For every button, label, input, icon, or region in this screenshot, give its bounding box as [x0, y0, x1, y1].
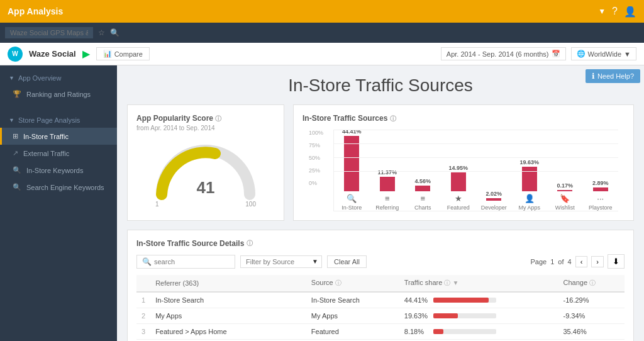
pagination: Page 1 of 4 ‹ › ⬇: [531, 254, 625, 269]
sidebar-item-ranking[interactable]: 🏆 Ranking and Ratings: [0, 86, 117, 103]
bar-icon-area: ···Playstore: [589, 194, 613, 211]
col-traffic-share: Traffic share ⓘ ▼: [399, 275, 558, 292]
prev-page-button[interactable]: ‹: [575, 256, 588, 267]
region-selector[interactable]: 🌐 WorldWide ▼: [571, 47, 636, 60]
table-search-box[interactable]: 🔍: [136, 255, 235, 269]
clear-all-button[interactable]: Clear All: [327, 255, 367, 268]
bar-label: 4.56%: [414, 178, 431, 184]
search-icon: 🔍: [142, 257, 152, 266]
bars-area: 44.41%🔍In-Store11.37%≡Referring4.56%≡Cha…: [333, 130, 618, 211]
bar: [344, 136, 359, 191]
bar-chart-icon: 📊: [103, 50, 112, 58]
date-range-picker[interactable]: Apr. 2014 - Sep. 2014 (6 months) 📅: [441, 47, 566, 60]
data-table: Referrer (363) Source ⓘ Traffic share ⓘ …: [136, 275, 625, 341]
cell-referrer: Featured > Apps Home: [150, 324, 306, 340]
sidebar-item-external-traffic[interactable]: ↗ External Traffic: [0, 145, 117, 162]
table-body: 1 In-Store Search In-Store Search 44.41%…: [136, 292, 625, 341]
bar-column: 4.56%≡Charts: [405, 130, 441, 211]
details-card: In-Store Traffic Source Details ⓘ 🔍 Filt…: [127, 230, 634, 341]
search-bar: ☆ 🔍: [0, 23, 644, 43]
bar: [380, 177, 395, 191]
chevron-icon: ▼: [9, 75, 14, 81]
traffic-card-title: In-Store Traffic Sources ⓘ: [303, 114, 625, 123]
sort-icon[interactable]: ▼: [452, 279, 458, 286]
main-layout: ▼ App Overview 🏆 Ranking and Ratings ▼ S…: [0, 65, 644, 341]
filter-select-wrapper: Filter by Source ▼: [240, 255, 322, 268]
bar-icon-area: ≡Charts: [414, 194, 431, 211]
bar-chart: 100% 75% 50% 25% 0% 44.41%🔍In-Store11.37…: [303, 130, 625, 211]
cell-referrer: My Apps: [150, 308, 306, 324]
table-row: 2 My Apps My Apps 19.63% -9.34%: [136, 308, 625, 324]
table-search-input[interactable]: [154, 258, 230, 266]
app-title: App Analysis: [8, 6, 594, 16]
sidebar-item-search-engine[interactable]: 🔍 Search Engine Keywords: [0, 179, 117, 196]
bar-icon-area: ★Featured: [447, 194, 470, 211]
table-header-row: Referrer (363) Source ⓘ Traffic share ⓘ …: [136, 275, 625, 292]
info-icon: ℹ: [592, 72, 595, 81]
bar-label: 11.37%: [377, 169, 397, 176]
cell-change: -9.34%: [558, 308, 625, 324]
user-icon[interactable]: 👤: [624, 6, 636, 18]
chevron-down-icon: ▼: [624, 50, 631, 58]
col-change: Change ⓘ: [558, 275, 625, 292]
cell-traffic-share: 44.41%: [399, 292, 558, 308]
bar: [415, 186, 430, 191]
bar-icon-area: Developer: [481, 203, 507, 211]
details-title: In-Store Traffic Source Details ⓘ: [136, 239, 625, 248]
bar-column: 11.37%≡Referring: [370, 130, 406, 211]
sidebar: ▼ App Overview 🏆 Ranking and Ratings ▼ S…: [0, 65, 117, 341]
cell-source: My Apps: [306, 308, 399, 324]
chevron-icon: ▼: [9, 117, 14, 123]
bar-column: 44.41%🔍In-Store: [334, 130, 370, 211]
next-page-button[interactable]: ›: [591, 256, 604, 267]
info-icon: ⓘ: [390, 115, 396, 122]
sidebar-section-store: ▼ Store Page Analysis ⊞ In-Store Traffic…: [0, 108, 117, 201]
sidebar-app-overview[interactable]: ▼ App Overview: [0, 70, 117, 86]
col-referrer: Referrer (363): [150, 275, 306, 292]
app-display-name: Waze Social: [29, 49, 76, 59]
popularity-card-title: App Popularity Score ⓘ: [136, 114, 275, 123]
info-icon: ⓘ: [247, 239, 253, 248]
app-header: W Waze Social ▶ 📊 Compare Apr. 2014 - Se…: [0, 43, 644, 65]
info-icon: ⓘ: [589, 279, 596, 286]
sidebar-store-page-analysis[interactable]: ▼ Store Page Analysis: [0, 113, 117, 128]
app-logo: W: [8, 47, 23, 62]
chevron-down-icon[interactable]: ▼: [598, 7, 606, 16]
help-icon[interactable]: ?: [612, 6, 618, 17]
page-title: In-Store Traffic Sources: [127, 75, 634, 96]
bar: [557, 190, 572, 191]
filter-by-source-select[interactable]: Filter by Source: [240, 255, 322, 268]
gauge-labels: 1 100: [155, 201, 256, 208]
bar-icon-area: 🔍In-Store: [341, 194, 362, 211]
compare-button[interactable]: 📊 Compare: [96, 47, 150, 60]
sidebar-section-overview: ▼ App Overview 🏆 Ranking and Ratings: [0, 65, 117, 108]
top-section: App Popularity Score ⓘ from Apr. 2014 to…: [127, 104, 634, 221]
details-toolbar: 🔍 Filter by Source ▼ Clear All Page 1 of…: [136, 254, 625, 269]
grid-line-50: [334, 157, 618, 158]
bar-label: 2.02%: [486, 191, 502, 197]
bar-label: 14.95%: [448, 165, 468, 171]
sidebar-item-in-store-traffic[interactable]: ⊞ In-Store Traffic: [0, 128, 117, 145]
app-search-input[interactable]: [5, 27, 93, 38]
trophy-icon: 🏆: [13, 90, 21, 98]
download-button[interactable]: ⬇: [608, 254, 625, 269]
bar-column: 14.95%★Featured: [441, 130, 477, 211]
grid-line-25: [334, 171, 618, 172]
star-icon[interactable]: ☆: [98, 28, 105, 37]
info-icon: ⓘ: [335, 279, 341, 286]
bar-label: 19.63%: [519, 159, 539, 165]
cell-change: -16.29%: [558, 292, 625, 308]
cell-source: In-Store Search: [306, 292, 399, 308]
bar-icon-area: 🔖Wishlist: [555, 194, 575, 211]
need-help-button[interactable]: ℹ Need Help?: [586, 69, 640, 83]
grid-line-100: [334, 130, 618, 130]
popularity-card-subtitle: from Apr. 2014 to Sep. 2014: [136, 125, 275, 131]
header-controls: Apr. 2014 - Sep. 2014 (6 months) 📅 🌐 Wor…: [441, 47, 636, 60]
cell-num: 1: [136, 292, 150, 308]
search-icon[interactable]: 🔍: [110, 28, 119, 37]
region-text: WorldWide: [588, 50, 622, 58]
main-content: ℹ Need Help? In-Store Traffic Sources Ap…: [117, 65, 644, 341]
sidebar-item-in-store-keywords[interactable]: 🔍 In-Store Keywords: [0, 162, 117, 179]
cell-source: Featured: [306, 324, 399, 340]
top-bar: App Analysis ▼ ? 👤: [0, 0, 644, 23]
